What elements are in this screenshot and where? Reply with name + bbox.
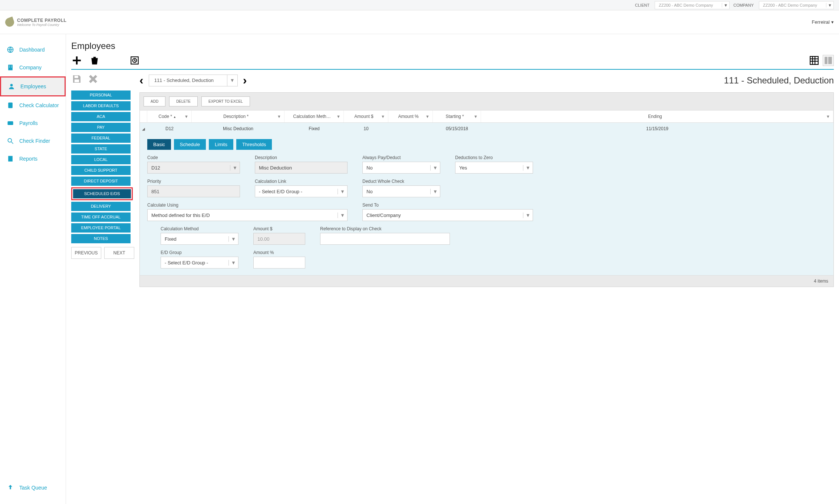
filter-icon[interactable]: ▼ — [336, 114, 340, 119]
field-calc-link: Calculation Link - Select E/D Group -▼ — [255, 179, 348, 197]
caret-down-icon: ▼ — [338, 213, 347, 218]
col-ending[interactable]: Ending▼ — [481, 111, 833, 122]
detail-view-button[interactable] — [823, 55, 834, 66]
subnav-scheduled-eds[interactable]: SCHEDULED E/DS — [73, 189, 131, 198]
prev-record-button[interactable]: ‹ — [139, 73, 144, 87]
filter-icon[interactable]: ▼ — [425, 114, 430, 119]
field-priority: Priority — [147, 179, 240, 197]
next-record-button[interactable]: › — [243, 73, 247, 87]
cancel-icon[interactable] — [88, 73, 99, 85]
field-send-to: Send To Client/Company▼ — [362, 202, 533, 221]
subnav-direct-deposit[interactable]: DIRECT DEPOSIT — [71, 177, 131, 186]
tab-schedule[interactable]: Schedule — [174, 139, 206, 150]
col-amount[interactable]: Amount $▼ — [344, 111, 388, 122]
subnav-child-support[interactable]: CHILD SUPPORT — [71, 166, 131, 175]
svg-rect-13 — [73, 60, 81, 61]
sidebar: Dashboard Company Employees Check Calcul… — [0, 34, 66, 504]
sidebar-item-check-finder[interactable]: Check Finder — [0, 132, 66, 150]
grid-export-button[interactable]: EXPORT TO EXCEL — [201, 96, 250, 106]
subnav-local[interactable]: LOCAL — [71, 155, 131, 164]
tab-thresholds[interactable]: Thresholds — [236, 139, 272, 150]
client-dropdown[interactable]: ZZ200 - ABC Demo Company ▼ — [655, 1, 730, 9]
reference-input[interactable] — [320, 233, 450, 245]
money-icon — [7, 119, 14, 127]
delete-button[interactable] — [89, 55, 100, 66]
col-description[interactable]: Description *▼ — [192, 111, 284, 122]
record-selector[interactable]: 111 - Scheduled, Deduction ▼ — [149, 75, 238, 86]
add-button[interactable] — [71, 55, 82, 66]
subnav-pay[interactable]: PAY — [71, 123, 131, 132]
detail-panel: Basic Schedule Limits Thresholds Code D1… — [140, 135, 833, 275]
subnav-labor-defaults[interactable]: LABOR DEFAULTS — [71, 101, 131, 111]
col-code[interactable]: Code *▲▼ — [147, 111, 192, 122]
col-amount-pct[interactable]: Amount %▼ — [388, 111, 433, 122]
sidebar-item-check-calculator[interactable]: Check Calculator — [0, 96, 66, 114]
field-always-pay: Always Pay/Deduct No▼ — [362, 155, 440, 174]
sidebar-item-company[interactable]: Company — [0, 59, 66, 76]
caret-down-icon: ▼ — [826, 3, 833, 7]
tab-basic[interactable]: Basic — [147, 139, 171, 150]
expand-toggle[interactable]: ◢ — [140, 123, 147, 135]
next-button[interactable]: NEXT — [104, 247, 134, 259]
filter-icon[interactable]: ▼ — [474, 114, 478, 119]
subnav-state[interactable]: STATE — [71, 144, 131, 154]
grid-add-button[interactable]: ADD — [144, 96, 165, 106]
company-label: COMPANY — [733, 3, 754, 7]
svg-rect-16 — [810, 56, 818, 65]
subnav-aca[interactable]: ACA — [71, 112, 131, 121]
sidebar-item-payrolls[interactable]: Payrolls — [0, 114, 66, 132]
filter-icon[interactable]: ▼ — [184, 114, 188, 119]
field-ed-group: E/D Group - Select E/D Group -▼ — [161, 250, 238, 269]
priority-input[interactable] — [147, 185, 240, 197]
subnav-time-off-accrual[interactable]: TIME OFF ACCRUAL — [71, 213, 131, 222]
sidebar-item-employees[interactable]: Employees — [0, 76, 66, 96]
user-menu[interactable]: Ferreiral ▾ — [812, 19, 834, 25]
field-deduct-whole: Deduct Whole Check No▼ — [362, 179, 440, 197]
filter-icon[interactable]: ▼ — [826, 114, 830, 119]
field-amount-dollar: Amount $ — [253, 226, 305, 245]
table-row[interactable]: ◢ D12 Misc Deduction Fixed 10 05/15/2018… — [140, 123, 833, 135]
grid-delete-button[interactable]: DELETE — [169, 96, 198, 106]
save-icon[interactable] — [71, 73, 82, 85]
client-label: CLIENT — [635, 3, 649, 7]
tab-limits[interactable]: Limits — [209, 139, 233, 150]
calculate-using-select[interactable]: Method defined for this E/D▼ — [147, 209, 348, 221]
company-dropdown[interactable]: ZZ200 - ABC Demo Company ▼ — [759, 1, 834, 9]
layout-icon — [823, 56, 833, 65]
col-starting[interactable]: Starting *▼ — [433, 111, 481, 122]
svg-rect-22 — [828, 57, 832, 64]
sidebar-item-dashboard[interactable]: Dashboard — [0, 41, 66, 59]
svg-rect-11 — [8, 156, 13, 162]
grid-header: Code *▲▼ Description *▼ Calculation Meth… — [140, 110, 833, 123]
code-select[interactable]: D12▼ — [147, 162, 240, 174]
filter-icon[interactable]: ▼ — [277, 114, 281, 119]
subnav-notes[interactable]: NOTES — [71, 234, 131, 243]
history-button[interactable] — [129, 55, 140, 66]
subnav-federal[interactable]: FEDERAL — [71, 134, 131, 143]
report-icon — [7, 155, 14, 162]
trash-icon — [90, 56, 99, 65]
calc-method-select[interactable]: Fixed▼ — [161, 233, 238, 245]
amount-dollar-input[interactable] — [253, 233, 305, 245]
send-to-select[interactable]: Client/Company▼ — [362, 209, 533, 221]
amount-pct-input[interactable] — [253, 257, 305, 269]
grid-view-button[interactable] — [809, 55, 820, 66]
subnav-delivery[interactable]: DELIVERY — [71, 202, 131, 211]
always-pay-select[interactable]: No▼ — [362, 162, 440, 174]
previous-button[interactable]: PREVIOUS — [71, 247, 101, 259]
subnav-personal[interactable]: PERSONAL — [71, 90, 131, 100]
ed-group-select[interactable]: - Select E/D Group -▼ — [161, 257, 238, 269]
field-amount-pct: Amount % — [253, 250, 305, 269]
deductions-zero-select[interactable]: Yes▼ — [455, 162, 533, 174]
field-deductions-zero: Deductions to Zero Yes▼ — [455, 155, 533, 174]
sidebar-item-reports[interactable]: Reports — [0, 150, 66, 168]
subnav-employee-portal[interactable]: EMPLOYEE PORTAL — [71, 223, 131, 233]
svg-rect-21 — [825, 57, 828, 64]
svg-point-9 — [8, 138, 11, 142]
field-calculate-using: Calculate Using Method defined for this … — [147, 202, 348, 221]
sidebar-item-task-queue[interactable]: Task Queue — [0, 479, 66, 497]
calc-link-select[interactable]: - Select E/D Group -▼ — [255, 185, 348, 197]
col-calc-method[interactable]: Calculation Meth…▼ — [284, 111, 344, 122]
filter-icon[interactable]: ▼ — [381, 114, 385, 119]
deduct-whole-select[interactable]: No▼ — [362, 185, 440, 197]
